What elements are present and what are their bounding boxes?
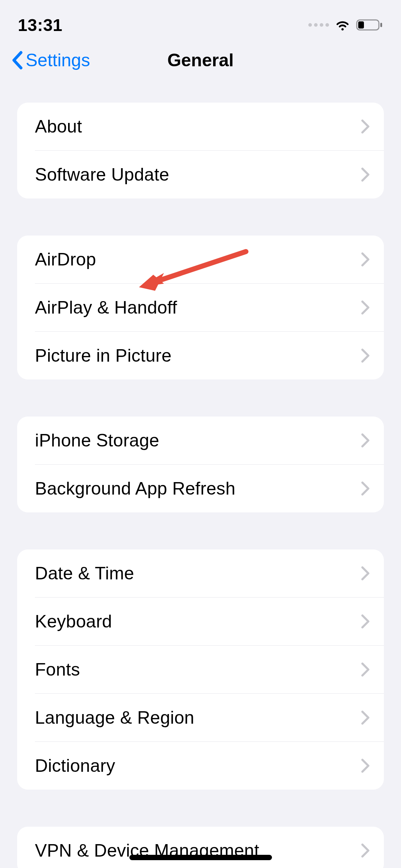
settings-group: iPhone StorageBackground App Refresh	[17, 417, 384, 512]
row-airdrop[interactable]: AirDrop	[17, 236, 384, 283]
row-keyboard[interactable]: Keyboard	[17, 598, 384, 645]
row-label: AirPlay & Handoff	[35, 297, 177, 318]
back-button[interactable]: Settings	[11, 50, 90, 71]
nav-bar: Settings General	[0, 43, 401, 85]
cellular-signal-icon	[308, 23, 329, 27]
chevron-right-icon	[361, 759, 370, 773]
battery-icon	[356, 18, 383, 32]
row-fonts[interactable]: Fonts	[17, 646, 384, 693]
page-title: General	[167, 50, 233, 71]
home-indicator[interactable]	[129, 855, 272, 860]
chevron-right-icon	[361, 300, 370, 315]
row-label: Background App Refresh	[35, 478, 236, 499]
row-language-region[interactable]: Language & Region	[17, 694, 384, 742]
chevron-right-icon	[361, 119, 370, 134]
row-dictionary[interactable]: Dictionary	[17, 742, 384, 790]
row-vpn-device-management[interactable]: VPN & Device Management	[17, 827, 384, 868]
settings-group: VPN & Device Management	[17, 827, 384, 868]
row-label: About	[35, 116, 82, 137]
row-iphone-storage[interactable]: iPhone Storage	[17, 417, 384, 464]
row-label: Language & Region	[35, 707, 194, 728]
chevron-right-icon	[361, 843, 370, 858]
chevron-right-icon	[361, 662, 370, 677]
row-label: Picture in Picture	[35, 345, 171, 366]
settings-group: Date & TimeKeyboardFontsLanguage & Regio…	[17, 549, 384, 790]
settings-group: AirDropAirPlay & HandoffPicture in Pictu…	[17, 236, 384, 379]
row-airplay-handoff[interactable]: AirPlay & Handoff	[17, 284, 384, 331]
svg-rect-2	[380, 23, 382, 27]
status-icons	[308, 17, 383, 33]
row-background-app-refresh[interactable]: Background App Refresh	[17, 465, 384, 512]
status-time: 13:31	[18, 15, 62, 35]
row-software-update[interactable]: Software Update	[17, 151, 384, 198]
row-label: AirDrop	[35, 249, 96, 270]
chevron-right-icon	[361, 481, 370, 496]
row-about[interactable]: About	[17, 103, 384, 150]
chevron-left-icon	[11, 51, 24, 70]
chevron-right-icon	[361, 711, 370, 725]
svg-rect-1	[358, 21, 364, 29]
settings-container: AboutSoftware UpdateAirDropAirPlay & Han…	[0, 85, 401, 868]
row-label: Fonts	[35, 659, 80, 680]
settings-group: AboutSoftware Update	[17, 103, 384, 198]
status-bar: 13:31	[0, 0, 401, 43]
row-picture-in-picture[interactable]: Picture in Picture	[17, 332, 384, 379]
row-label: Software Update	[35, 164, 169, 185]
row-label: Keyboard	[35, 611, 112, 632]
chevron-right-icon	[361, 566, 370, 580]
wifi-icon	[335, 17, 350, 33]
chevron-right-icon	[361, 433, 370, 448]
chevron-right-icon	[361, 614, 370, 629]
chevron-right-icon	[361, 252, 370, 267]
chevron-right-icon	[361, 167, 370, 182]
chevron-right-icon	[361, 348, 370, 363]
back-label: Settings	[26, 50, 90, 71]
row-label: Dictionary	[35, 755, 115, 776]
row-date-time[interactable]: Date & Time	[17, 549, 384, 597]
row-label: Date & Time	[35, 563, 134, 584]
row-label: iPhone Storage	[35, 430, 159, 451]
